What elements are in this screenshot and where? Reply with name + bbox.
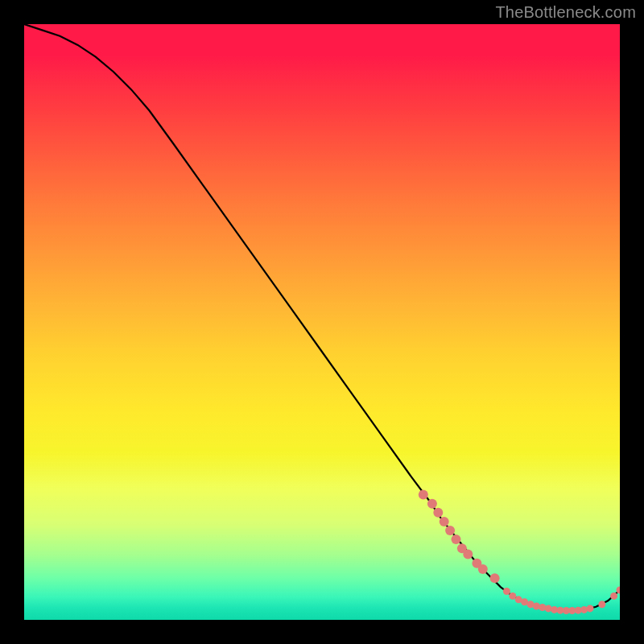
chart-svg [24,24,620,620]
data-point [587,605,594,612]
data-point [427,499,437,509]
data-point [433,508,443,518]
data-markers [419,490,620,614]
data-point [610,592,617,600]
data-point [478,564,488,574]
data-point [533,602,540,609]
data-point [463,550,473,559]
data-point [490,573,500,583]
data-point [440,517,449,526]
data-point [545,605,552,612]
data-point [452,535,461,544]
chart-stage: TheBottleneck.com [0,0,644,644]
data-point [503,588,510,595]
plot-area [24,24,620,620]
data-point [598,601,605,608]
data-point [580,606,588,613]
data-point [419,490,428,500]
data-point [445,526,455,535]
attribution-text: TheBottleneck.com [495,3,636,22]
bottleneck-curve [24,24,620,611]
data-point [539,604,546,611]
